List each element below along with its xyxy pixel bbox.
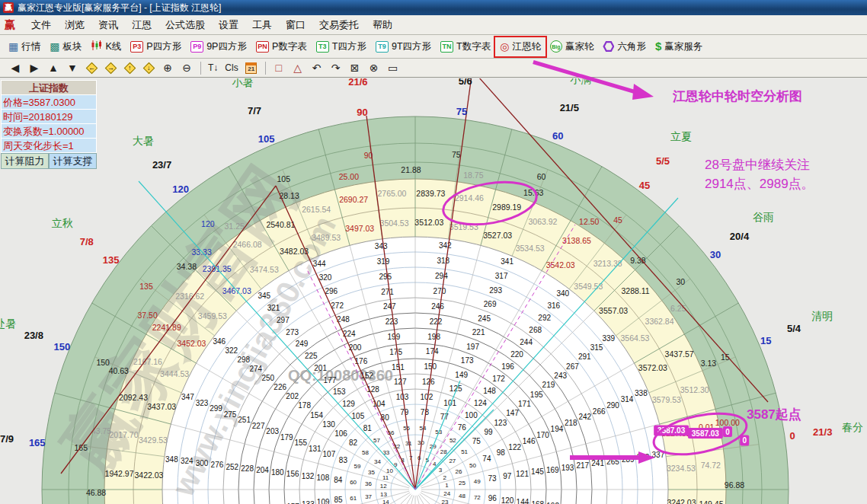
- toolbar-service[interactable]: $赢家服务: [651, 38, 706, 56]
- rotate-ccw-icon[interactable]: ↶: [308, 60, 326, 76]
- calendar-icon[interactable]: 21: [242, 60, 261, 76]
- zoom-in-icon[interactable]: ⊕: [158, 60, 177, 76]
- expand-box-icon[interactable]: ⊠: [346, 60, 364, 76]
- svg-text:45: 45: [639, 180, 650, 191]
- toolbar-winner-wheel[interactable]: Big赢家轮: [546, 38, 598, 56]
- toolbar-t-table[interactable]: TNT数字表: [437, 38, 494, 56]
- svg-text:195: 195: [530, 391, 543, 399]
- svg-text:154: 154: [310, 411, 323, 419]
- menu-item-交易委托[interactable]: 交易委托: [312, 17, 366, 33]
- svg-text:立夏: 立夏: [670, 130, 692, 142]
- toolbar-t-square[interactable]: T3T四方形: [312, 38, 370, 56]
- center-cross-icon[interactable]: ⊗: [365, 60, 383, 76]
- toolbar-quotes[interactable]: ▦行情: [5, 38, 44, 56]
- svg-text:317: 317: [495, 272, 508, 280]
- zoom-out-icon[interactable]: ⊖: [178, 60, 196, 76]
- svg-text:144: 144: [517, 498, 529, 504]
- toolbar-p-square[interactable]: P3P四方形: [126, 38, 185, 56]
- svg-text:3362.84: 3362.84: [645, 317, 674, 326]
- toolbar-label: P四方形: [146, 40, 181, 53]
- gann-wheel[interactable]: 赢家财富网www.yingjia360.comQQ:10080036012345…: [0, 78, 867, 504]
- diamond-down-icon[interactable]: ↓: [139, 60, 158, 76]
- svg-text:150: 150: [54, 341, 71, 352]
- diamond-right-icon[interactable]: →: [101, 60, 120, 76]
- candlestick-icon: [91, 40, 102, 53]
- svg-text:58: 58: [362, 449, 369, 456]
- menu-item-窗口[interactable]: 窗口: [279, 17, 312, 33]
- svg-text:178: 178: [298, 401, 311, 410]
- svg-text:172: 172: [492, 375, 505, 383]
- svg-text:12.50: 12.50: [579, 217, 599, 226]
- measure-icon[interactable]: T↓: [205, 60, 221, 76]
- menu-item-资讯[interactable]: 资讯: [91, 17, 125, 33]
- svg-text:9: 9: [394, 461, 398, 468]
- pan-down-icon[interactable]: ▼: [63, 60, 82, 76]
- svg-text:50: 50: [469, 462, 476, 469]
- svg-text:7/9: 7/9: [0, 433, 14, 445]
- menu-item-帮助[interactable]: 帮助: [366, 17, 399, 33]
- svg-text:241: 241: [591, 459, 604, 467]
- diamond-left-icon[interactable]: ←: [82, 60, 101, 76]
- calc-resistance-button[interactable]: 计算阻力: [1, 153, 49, 169]
- svg-text:151: 151: [392, 363, 405, 372]
- menu-item-浏览[interactable]: 浏览: [58, 17, 91, 33]
- toolbar-hexagon[interactable]: 六角形: [599, 38, 650, 56]
- svg-text:3579.53: 3579.53: [652, 395, 681, 404]
- pan-left-icon[interactable]: ◀: [6, 60, 24, 76]
- svg-text:293: 293: [489, 286, 502, 295]
- svg-text:3512.03: 3512.03: [414, 218, 443, 227]
- menu-item-设置[interactable]: 设置: [212, 17, 245, 33]
- svg-text:200: 200: [349, 343, 362, 352]
- svg-text:170: 170: [536, 431, 549, 439]
- svg-text:269: 269: [484, 300, 497, 308]
- svg-text:37: 37: [365, 493, 372, 500]
- svg-text:204: 204: [256, 466, 269, 474]
- svg-text:217: 217: [576, 461, 589, 470]
- cls-button[interactable]: Cls: [222, 60, 241, 76]
- triangle-tool-icon[interactable]: △: [289, 60, 307, 76]
- svg-text:77: 77: [440, 413, 449, 421]
- toolbar-9t-square[interactable]: T99T四方形: [372, 38, 435, 56]
- svg-text:江恩轮中轮时空分析图: 江恩轮中轮时空分析图: [672, 88, 802, 104]
- toolbar-p-table[interactable]: PNP数字表: [252, 38, 311, 56]
- svg-text:小暑: 小暑: [232, 78, 253, 88]
- svg-text:21/5: 21/5: [560, 102, 579, 113]
- svg-text:31.25: 31.25: [225, 222, 245, 231]
- rect-tool-icon[interactable]: □: [270, 60, 288, 76]
- toolbar-kline[interactable]: K线: [87, 37, 125, 56]
- p9-box-icon: P9: [190, 41, 203, 53]
- svg-text:76: 76: [458, 423, 467, 432]
- gann-wheel-highlight-box: [494, 36, 547, 58]
- svg-text:129: 129: [342, 400, 355, 408]
- toolbar-label: 行情: [21, 40, 40, 53]
- svg-text:3452.03: 3452.03: [177, 339, 206, 348]
- svg-text:169: 169: [546, 466, 559, 474]
- big-wheel-icon: Big: [550, 40, 562, 53]
- pn-box-icon: PN: [256, 41, 269, 53]
- svg-text:75: 75: [452, 150, 461, 159]
- presentation-icon[interactable]: ▭: [384, 60, 402, 76]
- rotate-cw-icon[interactable]: ↷: [327, 60, 345, 76]
- menu-item-江恩[interactable]: 江恩: [125, 17, 158, 33]
- svg-text:3288.11: 3288.11: [621, 286, 649, 295]
- svg-text:225: 225: [305, 352, 318, 360]
- toolbar-sectors[interactable]: ▩板块: [46, 38, 85, 56]
- svg-text:3437.03: 3437.03: [147, 402, 176, 411]
- svg-text:61: 61: [350, 495, 357, 502]
- toolbar-9p-square[interactable]: P99P四方形: [187, 38, 251, 56]
- menu-item-工具[interactable]: 工具: [245, 17, 279, 33]
- pan-right-icon[interactable]: ▶: [25, 60, 43, 76]
- svg-text:220: 220: [510, 350, 523, 359]
- svg-text:83: 83: [339, 456, 348, 464]
- svg-text:133: 133: [302, 500, 315, 504]
- calc-support-button[interactable]: 计算支撑: [49, 153, 97, 169]
- svg-text:135: 135: [139, 282, 153, 291]
- menu-item-公式选股[interactable]: 公式选股: [158, 17, 212, 33]
- pan-up-icon[interactable]: ▲: [44, 60, 62, 76]
- menu-item-文件[interactable]: 文件: [24, 17, 58, 33]
- svg-text:165: 165: [75, 443, 88, 452]
- diamond-up-icon[interactable]: ↑: [120, 60, 139, 76]
- t9-box-icon: T9: [376, 41, 389, 53]
- svg-text:146: 146: [523, 437, 536, 445]
- svg-text:147: 147: [506, 409, 519, 417]
